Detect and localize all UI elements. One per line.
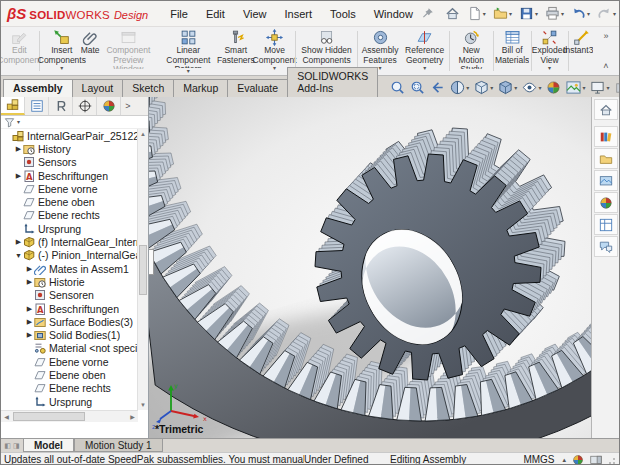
apply-scene-button[interactable]: ▾ xyxy=(565,80,586,95)
tree-item[interactable]: Ebene vorne xyxy=(1,182,138,195)
tree-horizontal-scrollbar[interactable]: ◀ ▶ xyxy=(1,410,138,422)
resize-grip[interactable] xyxy=(608,455,616,465)
ribbon-bill-of-materials-button[interactable]: Bill of Materials xyxy=(495,28,530,74)
panel-tab-configurationmanager[interactable] xyxy=(49,97,73,115)
scroll-left-arrow[interactable]: ◀ xyxy=(1,411,12,422)
scroll-right-arrow[interactable]: ▶ xyxy=(127,411,138,422)
tab-sketch[interactable]: Sketch xyxy=(122,79,174,97)
expander-icon[interactable]: ▶ xyxy=(25,331,34,339)
taskpane-tp-forum-button[interactable] xyxy=(594,236,618,257)
ribbon-exploded-view-button[interactable]: Exploded View▾ xyxy=(533,28,567,74)
panel-tab-propertymanager[interactable] xyxy=(25,97,49,115)
view-settings-button[interactable]: ▾ xyxy=(589,80,610,95)
redo-button[interactable]: ▾ xyxy=(594,3,619,24)
expander-icon[interactable]: ▶ xyxy=(14,145,23,153)
tree-item[interactable]: Ebene rechts xyxy=(1,382,138,395)
menu-window[interactable]: Window xyxy=(366,5,421,23)
tree-item[interactable]: Sensoren xyxy=(1,289,138,302)
horizontal-scroll-thumb[interactable] xyxy=(13,412,85,421)
status-ball-icon[interactable] xyxy=(572,454,584,465)
edit-appearance-button[interactable] xyxy=(545,80,562,95)
tab-evaluate[interactable]: Evaluate xyxy=(227,79,288,97)
open-button[interactable]: ▾ xyxy=(490,3,515,24)
tab-solidworks-add-ins[interactable]: SOLIDWORKS Add-Ins xyxy=(287,67,378,97)
menu-tools[interactable]: Tools xyxy=(322,5,364,23)
tree-item[interactable]: ▶(f) InternalGear_InternalGearPa xyxy=(1,235,138,248)
new-file-button[interactable]: ▾ xyxy=(464,3,489,24)
display-style-button[interactable]: ▾ xyxy=(497,80,518,95)
taskpane-tp-home-button[interactable] xyxy=(594,99,618,120)
tree-item[interactable]: Ebene vorne xyxy=(1,355,138,368)
tree-item[interactable]: Ebene rechts xyxy=(1,209,138,222)
tree-item[interactable]: ▼(-) Pinion_InternalGearPair_251 xyxy=(1,249,138,262)
tree-item[interactable]: ▶Historie xyxy=(1,275,138,288)
status-panel-icon[interactable] xyxy=(590,454,602,465)
expander-icon[interactable]: ▶ xyxy=(25,278,34,286)
section-view-button[interactable]: ▾ xyxy=(449,80,470,95)
home-button[interactable] xyxy=(442,3,463,24)
units-selector[interactable]: MMGS ▴ xyxy=(523,454,566,465)
tab-layout[interactable]: Layout xyxy=(72,79,124,97)
panel-tab-featuremanager[interactable] xyxy=(1,97,25,115)
pin-menu-icon[interactable] xyxy=(421,7,434,20)
taskpane-tp-customprops-button[interactable] xyxy=(594,214,618,235)
undo-button[interactable]: ▾ xyxy=(568,3,593,24)
tree-item[interactable]: ▶Solid Bodies(1) xyxy=(1,328,138,341)
menu-insert[interactable]: Insert xyxy=(277,5,321,23)
pane-left-icon[interactable] xyxy=(616,82,620,94)
previous-view-button[interactable] xyxy=(429,80,446,95)
hide-show-items-button[interactable]: ▾ xyxy=(521,80,542,95)
tree-item[interactable]: Sensors xyxy=(1,156,138,169)
ribbon-new-motion-study-button[interactable]: New Motion Study xyxy=(451,28,492,74)
expander-icon[interactable]: ▼ xyxy=(14,252,23,259)
scroll-down-arrow[interactable]: ▼ xyxy=(138,400,148,410)
tab-markup[interactable]: Markup xyxy=(173,79,228,97)
taskpane-tp-library-button[interactable] xyxy=(594,126,618,147)
ribbon-collapse-button[interactable]: ˄ xyxy=(603,61,608,71)
taskpane-tp-explorer-button[interactable] xyxy=(594,148,618,169)
ribbon-overflow-button[interactable]: » xyxy=(603,31,608,41)
ribbon-instant3d-button[interactable]: Instant3D xyxy=(570,28,593,74)
tree-vertical-scrollbar[interactable]: ▲ ▼ xyxy=(137,129,148,410)
taskpane-tp-viewpalette-button[interactable] xyxy=(594,170,618,191)
panel-tab-dimxpert[interactable] xyxy=(73,97,97,115)
expander-icon[interactable]: ▶ xyxy=(14,238,23,246)
zoom-fit-button[interactable] xyxy=(389,80,406,95)
filter-icon[interactable] xyxy=(4,117,15,128)
tab-model[interactable]: Model xyxy=(23,439,74,452)
ribbon-reference-geometry-button[interactable]: Reference Geometry▾ xyxy=(402,28,448,74)
tree-item[interactable]: ▶ABeschriftungen xyxy=(1,302,138,315)
taskpane-tp-appearances-button[interactable] xyxy=(594,192,618,213)
panel-tab-appearances[interactable] xyxy=(97,97,121,115)
tree-item[interactable]: ▶Surface Bodies(3) xyxy=(1,315,138,328)
expander-icon[interactable]: ▶ xyxy=(25,265,34,273)
vertical-scroll-thumb[interactable] xyxy=(139,245,147,295)
3d-gear-scene[interactable]: xyz xyxy=(149,97,593,442)
tree-item[interactable]: ▶Mates in Assem1 xyxy=(1,262,138,275)
print-button[interactable]: ▾ xyxy=(542,3,567,24)
tab-assembly[interactable]: Assembly xyxy=(3,79,73,97)
panel-splitter-handle[interactable] xyxy=(149,249,154,275)
tree-item[interactable]: ▶ABeschriftungen xyxy=(1,169,138,182)
zoom-area-button[interactable] xyxy=(409,80,426,95)
scroll-up-arrow[interactable]: ▲ xyxy=(138,129,148,139)
graphics-viewport[interactable]: xyz *Trimetric xyxy=(149,97,593,438)
menu-view[interactable]: View xyxy=(235,5,275,23)
expander-icon[interactable]: ▶ xyxy=(14,172,23,180)
tab-motion-study-1[interactable]: Motion Study 1 xyxy=(74,439,163,452)
tree-item[interactable]: Material <not specified> xyxy=(1,342,138,355)
tree-item[interactable]: ▶History xyxy=(1,142,138,155)
expander-icon[interactable]: ▶ xyxy=(25,305,34,313)
tree-item[interactable]: InternalGearPair_25122601 (Standar xyxy=(1,129,138,142)
tree-item[interactable]: Ursprung xyxy=(1,395,138,408)
menu-edit[interactable]: Edit xyxy=(198,5,233,23)
expander-icon[interactable]: ▶ xyxy=(25,318,34,326)
tree-item[interactable]: Ebene oben xyxy=(1,368,138,381)
view-orientation-button[interactable]: ▾ xyxy=(473,80,494,95)
save-button[interactable]: ▾ xyxy=(516,3,541,24)
tab-splitter-icons[interactable]: ◧◨ xyxy=(1,439,23,452)
menu-file[interactable]: File xyxy=(162,5,196,23)
tree-item[interactable]: Ursprung xyxy=(1,222,138,235)
tree-item[interactable]: Ebene oben xyxy=(1,195,138,208)
panel-tabs-more[interactable]: > xyxy=(121,97,135,115)
